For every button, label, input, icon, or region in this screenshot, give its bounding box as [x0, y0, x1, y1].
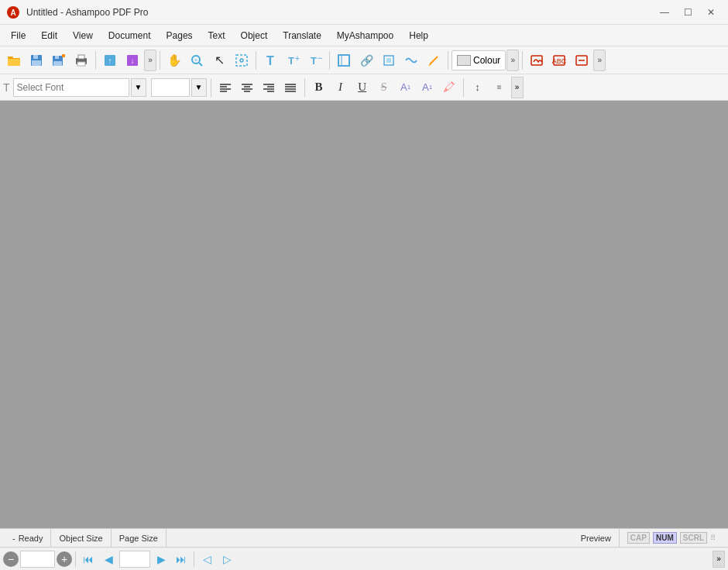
superscript-button[interactable]: A1	[396, 77, 416, 98]
svg-text:✋: ✋	[167, 53, 181, 67]
svg-rect-31	[338, 55, 349, 66]
svg-text:T: T	[311, 55, 317, 67]
font-name-input[interactable]	[13, 78, 129, 97]
spacing-button[interactable]: ↕	[468, 77, 488, 98]
menu-bar: File Edit View Document Pages Text Objec…	[0, 25, 728, 46]
menu-text[interactable]: Text	[201, 27, 233, 44]
menu-document[interactable]: Document	[101, 27, 159, 44]
subscript-button[interactable]: A1	[417, 77, 438, 98]
export-button[interactable]: ↓	[122, 50, 143, 71]
svg-rect-9	[55, 56, 59, 59]
status-bar: - Ready Object Size Page Size Preview CA…	[0, 528, 728, 547]
status-indicator: - Ready	[5, 529, 51, 547]
svg-text:↓: ↓	[131, 57, 135, 65]
svg-text:ABC: ABC	[552, 57, 566, 65]
zoom-button[interactable]: +	[186, 50, 208, 71]
format-more-button[interactable]: »	[511, 77, 524, 98]
svg-text:−: −	[317, 53, 322, 64]
forward-button[interactable]: ▷	[218, 551, 236, 568]
indent-button[interactable]: ≡	[489, 77, 510, 98]
zoom-out-button[interactable]: −	[3, 551, 19, 567]
frame-button[interactable]	[333, 50, 355, 71]
svg-text:T: T	[288, 55, 294, 67]
svg-text:🔗: 🔗	[360, 54, 374, 67]
text-insert-button[interactable]: T	[259, 50, 281, 71]
zoom-in-button[interactable]: +	[57, 551, 72, 567]
svg-rect-10	[53, 61, 62, 66]
nav-more-button[interactable]: »	[713, 551, 725, 568]
save-all-button[interactable]	[48, 50, 70, 71]
svg-line-36	[430, 57, 438, 64]
object-size-label: Object Size	[59, 534, 102, 543]
close-button[interactable]: ✕	[700, 4, 722, 21]
page-size-label: Page Size	[119, 534, 158, 543]
underline-button[interactable]: U	[352, 77, 373, 98]
font-dropdown-button[interactable]: ▼	[131, 78, 146, 97]
strikethrough-button[interactable]: S	[374, 77, 394, 98]
page-input[interactable]: 1 / 1	[119, 551, 150, 568]
menu-help[interactable]: Help	[401, 27, 436, 44]
first-page-button[interactable]: ⏮	[79, 551, 98, 568]
save-button[interactable]	[26, 50, 47, 71]
menu-translate[interactable]: Translate	[275, 27, 329, 44]
align-right-button[interactable]	[259, 77, 279, 98]
last-page-button[interactable]: ⏭	[172, 551, 191, 568]
link-button[interactable]: 🔗	[355, 50, 377, 71]
hand-tool-button[interactable]: ✋	[163, 50, 185, 71]
align-justify-button[interactable]	[280, 77, 300, 98]
svg-line-21	[199, 63, 202, 66]
fit-button[interactable]	[378, 50, 400, 71]
text-remove-button[interactable]: T−	[304, 50, 326, 71]
file-more-button[interactable]: »	[144, 50, 156, 71]
sig3-button[interactable]	[571, 50, 592, 71]
print-button[interactable]	[70, 50, 92, 71]
caps-indicators: CAP NUM SCRL ⠿	[620, 529, 723, 547]
status-ready: Ready	[19, 534, 43, 543]
back-button[interactable]: ◁	[197, 551, 216, 568]
sig2-button[interactable]: ABC	[548, 50, 570, 71]
highlight-button[interactable]: 🖍	[439, 77, 459, 98]
menu-myashampoo[interactable]: MyAshampoo	[329, 27, 401, 44]
wave-button[interactable]	[400, 50, 422, 71]
zoom-input[interactable]: 150%	[20, 551, 55, 568]
window-title: Untitled - Ashampoo PDF Pro	[26, 7, 148, 18]
svg-rect-13	[78, 55, 84, 59]
sig-more-button[interactable]: »	[593, 50, 606, 71]
open-button[interactable]	[3, 50, 25, 71]
svg-text:↖: ↖	[215, 53, 225, 67]
menu-view[interactable]: View	[65, 27, 101, 44]
object-size-item: Object Size	[51, 529, 111, 547]
colour-more-button[interactable]: »	[507, 50, 519, 71]
bold-button[interactable]: B	[309, 77, 329, 98]
select-button[interactable]: ↖	[208, 50, 230, 71]
text-add-button[interactable]: T+	[282, 50, 304, 71]
italic-button[interactable]: I	[331, 77, 351, 98]
colour-button[interactable]: Colour	[452, 50, 506, 70]
menu-pages[interactable]: Pages	[159, 27, 201, 44]
prev-page-button[interactable]: ◀	[99, 551, 118, 568]
menu-edit[interactable]: Edit	[33, 27, 65, 44]
window-controls: — ☐ ✕	[654, 4, 722, 21]
text-toolbar: T ▼ ▼ B I U S A1 A1 🖍 ↕ ≡ »	[0, 74, 728, 101]
import-button[interactable]: ↑	[99, 50, 121, 71]
svg-rect-35	[386, 58, 391, 63]
align-left-button[interactable]	[215, 77, 235, 98]
font-size-dropdown-button[interactable]: ▼	[191, 78, 207, 97]
font-size-input[interactable]	[151, 78, 190, 97]
menu-file[interactable]: File	[3, 27, 33, 44]
svg-rect-4	[8, 59, 20, 66]
svg-text:+: +	[194, 57, 197, 63]
svg-rect-14	[77, 62, 85, 66]
svg-text:T: T	[266, 54, 274, 67]
align-center-button[interactable]	[237, 77, 257, 98]
cap-indicator: CAP	[627, 532, 650, 544]
svg-rect-24	[236, 55, 247, 66]
maximize-button[interactable]: ☐	[677, 4, 699, 21]
pencil-button[interactable]	[423, 50, 445, 71]
minimize-button[interactable]: —	[654, 4, 675, 21]
svg-rect-6	[33, 55, 38, 59]
selection-button[interactable]	[231, 50, 252, 71]
menu-object[interactable]: Object	[233, 27, 276, 44]
next-page-button[interactable]: ▶	[152, 551, 170, 568]
sig1-button[interactable]	[526, 50, 548, 71]
